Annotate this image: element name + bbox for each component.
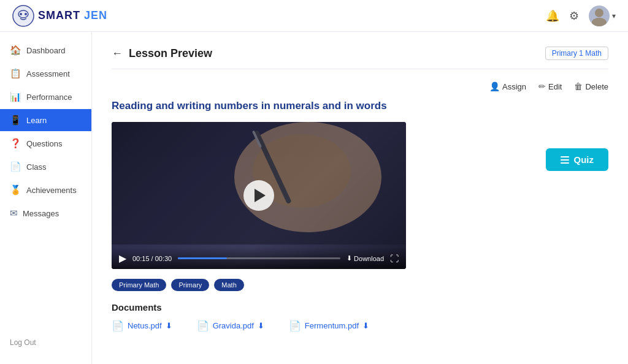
sidebar-label-assessment: Assessment: [26, 69, 70, 78]
quiz-button[interactable]: Quiz: [546, 148, 609, 171]
video-controls: ▶ 00:15 / 00:30 ⬇ Download ⛶: [112, 248, 406, 269]
doc-item-0[interactable]: 📄 Netus.pdf ⬇: [112, 320, 172, 332]
app-layout: 🏠 Dashboard 📋 Assessment 📊 Performance 📱…: [0, 32, 628, 364]
tag-2: Math: [214, 279, 243, 291]
sidebar-nav: 🏠 Dashboard 📋 Assessment 📊 Performance 📱…: [0, 39, 91, 328]
delete-label: Delete: [585, 82, 608, 91]
pdf-icon-2: 📄: [289, 320, 301, 332]
tag-0: Primary Math: [112, 279, 166, 291]
sidebar-label-messages: Messages: [23, 209, 59, 218]
progress-fill: [178, 257, 226, 259]
play-small-button[interactable]: ▶: [119, 252, 126, 264]
download-button[interactable]: ⬇ Download: [347, 254, 384, 262]
doc-name-1: Gravida.pdf: [213, 321, 254, 330]
svg-point-4: [595, 9, 603, 17]
svg-point-2: [20, 13, 22, 15]
questions-icon: ❓: [10, 138, 21, 149]
logout-button[interactable]: Log Out: [0, 328, 91, 357]
download-icon: ⬇: [347, 254, 352, 262]
assessment-icon: 📋: [10, 68, 21, 79]
video-player[interactable]: ▶ 00:15 / 00:30 ⬇ Download ⛶: [112, 122, 406, 269]
sidebar-label-learn: Learn: [26, 116, 47, 125]
sidebar: 🏠 Dashboard 📋 Assessment 📊 Performance 📱…: [0, 32, 92, 364]
home-icon: 🏠: [10, 45, 21, 56]
sidebar-item-assessment[interactable]: 📋 Assessment: [0, 63, 91, 85]
svg-point-0: [13, 6, 34, 26]
sidebar-label-questions: Questions: [26, 139, 63, 148]
sidebar-item-learn[interactable]: 📱 Learn: [0, 109, 91, 131]
learn-icon: 📱: [10, 115, 21, 126]
page-header: ← Lesson Preview Primary 1 Math: [112, 47, 608, 69]
logo-icon: [12, 5, 34, 27]
edit-icon: ✏: [538, 82, 546, 91]
fullscreen-button[interactable]: ⛶: [390, 254, 399, 264]
header-left: ← Lesson Preview: [112, 47, 212, 60]
doc-download-2[interactable]: ⬇: [362, 321, 369, 330]
pdf-icon-1: 📄: [197, 320, 209, 332]
doc-name-2: Fermentum.pdf: [305, 321, 359, 330]
documents-section: Documents 📄 Netus.pdf ⬇ 📄 Gravida.pdf ⬇ …: [112, 302, 608, 332]
doc-item-2[interactable]: 📄 Fermentum.pdf ⬇: [289, 320, 369, 332]
logo[interactable]: SMART JEN: [12, 5, 107, 27]
logo-text: SMART JEN: [38, 9, 107, 22]
sidebar-item-questions[interactable]: ❓ Questions: [0, 132, 91, 154]
avatar: [589, 6, 610, 26]
performance-icon: 📊: [10, 91, 21, 102]
delete-icon: 🗑: [574, 82, 583, 91]
top-navigation: SMART JEN 🔔 ⚙ ▾: [0, 0, 628, 32]
sidebar-item-dashboard[interactable]: 🏠 Dashboard: [0, 39, 91, 61]
doc-download-0[interactable]: ⬇: [166, 321, 172, 330]
gear-icon[interactable]: ⚙: [569, 9, 579, 23]
video-time: 00:15 / 00:30: [132, 255, 172, 262]
sidebar-item-messages[interactable]: ✉ Messages: [0, 202, 91, 224]
sidebar-label-dashboard: Dashboard: [26, 46, 66, 55]
page-title: Lesson Preview: [129, 47, 212, 60]
doc-download-1[interactable]: ⬇: [258, 321, 264, 330]
video-background: [112, 122, 406, 269]
assign-icon: 👤: [489, 82, 500, 91]
assign-label: Assign: [502, 82, 526, 91]
lesson-title: Reading and writing numbers in numerals …: [112, 100, 608, 112]
doc-item-1[interactable]: 📄 Gravida.pdf ⬇: [197, 320, 264, 332]
class-icon: 📄: [10, 161, 21, 172]
main-content: ← Lesson Preview Primary 1 Math 👤 Assign…: [92, 32, 628, 364]
sidebar-item-performance[interactable]: 📊 Performance: [0, 86, 91, 108]
documents-title: Documents: [112, 302, 608, 313]
quiz-lines-icon: [561, 156, 569, 164]
progress-bar[interactable]: [178, 257, 340, 259]
quiz-area: Quiz: [546, 148, 609, 171]
edit-button[interactable]: ✏ Edit: [538, 82, 562, 91]
assign-button[interactable]: 👤 Assign: [489, 82, 526, 91]
tag-1: Primary: [171, 279, 209, 291]
documents-list: 📄 Netus.pdf ⬇ 📄 Gravida.pdf ⬇ 📄 Fermentu…: [112, 320, 608, 332]
sidebar-item-class[interactable]: 📄 Class: [0, 156, 91, 178]
svg-point-5: [592, 18, 607, 26]
quiz-label: Quiz: [574, 154, 594, 165]
sidebar-label-performance: Performance: [26, 93, 72, 102]
topnav-right: 🔔 ⚙ ▾: [546, 6, 616, 26]
delete-button[interactable]: 🗑 Delete: [574, 82, 608, 91]
pdf-icon-0: 📄: [112, 320, 124, 332]
sidebar-label-class: Class: [26, 162, 47, 172]
sidebar-label-achievements: Achievements: [26, 186, 77, 195]
messages-icon: ✉: [10, 208, 18, 219]
doc-name-0: Netus.pdf: [128, 321, 162, 330]
play-icon: [255, 189, 266, 202]
svg-point-3: [25, 13, 27, 15]
avatar-chevron-icon: ▾: [612, 12, 616, 20]
back-button[interactable]: ←: [112, 47, 123, 60]
edit-label: Edit: [548, 82, 562, 91]
actions-bar: 👤 Assign ✏ Edit 🗑 Delete: [112, 82, 608, 91]
sidebar-item-achievements[interactable]: 🏅 Achievements: [0, 179, 91, 201]
class-badge[interactable]: Primary 1 Math: [545, 47, 608, 60]
bell-icon[interactable]: 🔔: [546, 9, 559, 23]
achievements-icon: 🏅: [10, 184, 21, 195]
download-label: Download: [354, 255, 384, 262]
play-button[interactable]: [243, 180, 274, 211]
avatar-container[interactable]: ▾: [589, 6, 616, 26]
tags-row: Primary Math Primary Math: [112, 279, 608, 291]
